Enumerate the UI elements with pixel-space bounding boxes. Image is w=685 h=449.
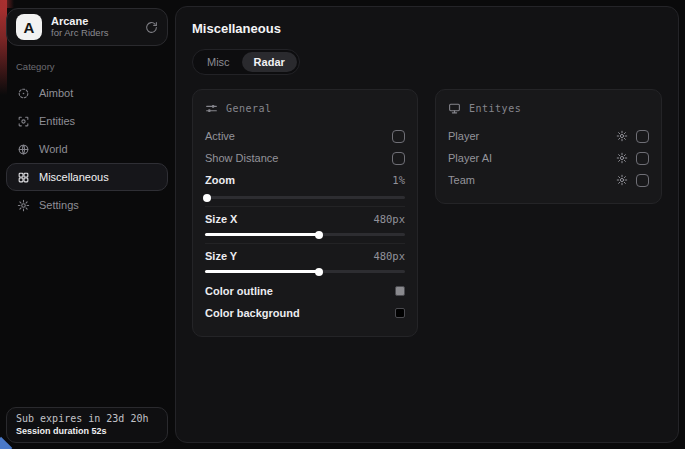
subscription-expiry: Sub expires in 23d 20h [16, 413, 158, 424]
color-background-swatch[interactable] [395, 308, 405, 318]
category-label: Category [16, 61, 168, 72]
gear-icon [17, 199, 30, 212]
zoom-row: Zoom 1% [205, 169, 405, 191]
sidebar: A Arcane for Arc Riders Category Aimbot [6, 8, 168, 443]
size-y-slider[interactable] [205, 270, 405, 273]
team-label: Team [448, 174, 475, 186]
tab-bar: Misc Radar [192, 49, 300, 75]
size-x-slider[interactable] [205, 233, 405, 236]
zoom-slider-thumb[interactable] [203, 194, 211, 202]
size-y-label: Size Y [205, 250, 237, 262]
general-panel: General Active Show Distance Zoom 1% [192, 89, 418, 337]
player-ai-checkbox[interactable] [636, 152, 649, 165]
size-x-value: 480px [373, 213, 405, 225]
monitor-icon [448, 102, 461, 115]
sidebar-item-label: Entities [39, 115, 75, 127]
sidebar-item-entities[interactable]: Entities [6, 107, 168, 135]
player-label: Player [448, 130, 479, 142]
team-row: Team [448, 169, 649, 191]
player-ai-label: Player AI [448, 152, 492, 164]
player-checkbox[interactable] [636, 130, 649, 143]
team-checkbox[interactable] [636, 174, 649, 187]
entities-panel-title: Entityes [469, 103, 521, 114]
active-checkbox[interactable] [392, 130, 405, 143]
size-x-row: Size X 480px [205, 206, 405, 228]
main-panel: Miscellaneous Misc Radar General [175, 6, 679, 443]
sidebar-item-miscellaneous[interactable]: Miscellaneous [6, 163, 168, 191]
size-y-row: Size Y 480px [205, 243, 405, 265]
show-distance-row: Show Distance [205, 147, 405, 169]
app-window: A Arcane for Arc Riders Category Aimbot [0, 0, 685, 449]
sliders-icon [205, 102, 218, 115]
show-distance-checkbox[interactable] [392, 152, 405, 165]
color-outline-swatch[interactable] [395, 286, 405, 296]
color-background-row: Color background [205, 302, 405, 324]
zoom-label: Zoom [205, 174, 235, 186]
player-row: Player [448, 125, 649, 147]
player-ai-row: Player AI [448, 147, 649, 169]
tab-radar[interactable]: Radar [242, 52, 297, 72]
sidebar-item-label: World [39, 143, 68, 155]
player-ai-settings-gear-icon[interactable] [616, 152, 628, 164]
size-x-slider-thumb[interactable] [315, 231, 323, 239]
size-y-value: 480px [373, 250, 405, 262]
team-settings-gear-icon[interactable] [616, 174, 628, 186]
refresh-icon[interactable] [145, 21, 158, 34]
brand-name: Arcane [51, 15, 109, 28]
brand-logo: A [16, 14, 42, 40]
brand-card: A Arcane for Arc Riders [6, 8, 168, 46]
scan-icon [17, 115, 30, 128]
page-title: Miscellaneous [192, 21, 662, 36]
color-outline-label: Color outline [205, 285, 273, 297]
crosshair-icon [17, 87, 30, 100]
globe-icon [17, 143, 30, 156]
tab-misc[interactable]: Misc [195, 52, 242, 72]
entities-panel: Entityes Player P [435, 89, 662, 204]
active-label: Active [205, 130, 235, 142]
session-duration: Session duration 52s [16, 426, 158, 436]
sidebar-item-label: Aimbot [39, 87, 73, 99]
sidebar-item-aimbot[interactable]: Aimbot [6, 79, 168, 107]
backdrop-red-glow-top [0, 0, 14, 8]
subscription-card: Sub expires in 23d 20h Session duration … [6, 407, 168, 443]
grid-icon [17, 171, 30, 184]
sidebar-item-settings[interactable]: Settings [6, 191, 168, 219]
general-panel-title: General [226, 103, 272, 114]
size-x-label: Size X [205, 213, 237, 225]
sidebar-item-world[interactable]: World [6, 135, 168, 163]
show-distance-label: Show Distance [205, 152, 278, 164]
brand-subtitle: for Arc Riders [51, 28, 109, 39]
sidebar-item-label: Miscellaneous [39, 171, 109, 183]
active-row: Active [205, 125, 405, 147]
color-background-label: Color background [205, 307, 300, 319]
size-y-slider-thumb[interactable] [315, 268, 323, 276]
zoom-value: 1% [392, 174, 405, 186]
color-outline-row: Color outline [205, 280, 405, 302]
sidebar-item-label: Settings [39, 199, 79, 211]
zoom-slider[interactable] [205, 196, 405, 199]
player-settings-gear-icon[interactable] [616, 130, 628, 142]
